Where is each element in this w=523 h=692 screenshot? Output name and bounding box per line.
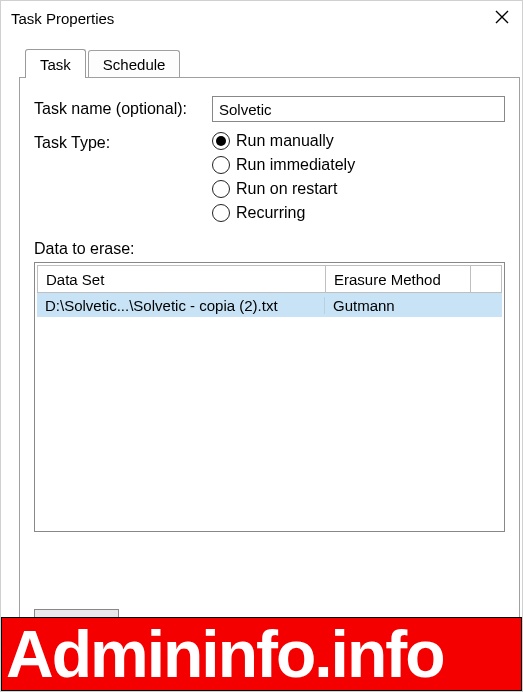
task-name-input[interactable] bbox=[212, 96, 505, 122]
task-type-options: Run manually Run immediately Run on rest… bbox=[212, 132, 355, 222]
watermark-banner: Admininfo.info bbox=[1, 617, 522, 691]
radio-label: Run manually bbox=[236, 132, 334, 150]
table-row[interactable]: D:\Solvetic...\Solvetic - copia (2).txt … bbox=[37, 293, 502, 317]
window-title: Task Properties bbox=[11, 10, 114, 27]
table-header: Data Set Erasure Method bbox=[37, 265, 502, 293]
task-properties-window: Task Properties Task Schedule Task name … bbox=[0, 0, 523, 692]
col-spacer bbox=[471, 265, 502, 293]
watermark-text: Admininfo.info bbox=[6, 621, 444, 687]
tab-schedule[interactable]: Schedule bbox=[88, 50, 181, 77]
close-icon[interactable] bbox=[490, 8, 514, 28]
data-to-erase-label: Data to erase: bbox=[34, 240, 505, 258]
radio-icon bbox=[212, 132, 230, 150]
radio-icon bbox=[212, 180, 230, 198]
radio-icon bbox=[212, 204, 230, 222]
tab-task[interactable]: Task bbox=[25, 49, 86, 78]
task-name-row: Task name (optional): bbox=[34, 96, 505, 122]
erase-table: Data Set Erasure Method D:\Solvetic...\S… bbox=[34, 262, 505, 532]
task-name-label: Task name (optional): bbox=[34, 100, 212, 118]
radio-label: Recurring bbox=[236, 204, 305, 222]
col-erasure-method[interactable]: Erasure Method bbox=[325, 265, 471, 293]
tabstrip: Task Schedule bbox=[19, 47, 520, 77]
task-type-row: Task Type: Run manually Run immediately … bbox=[34, 132, 505, 222]
radio-run-immediately[interactable]: Run immediately bbox=[212, 156, 355, 174]
radio-label: Run on restart bbox=[236, 180, 337, 198]
col-data-set[interactable]: Data Set bbox=[37, 265, 325, 293]
task-panel: Task name (optional): Task Type: Run man… bbox=[19, 77, 520, 631]
dialog-body: Task Schedule Task name (optional): Task… bbox=[19, 47, 520, 691]
cell-erasure-method: Gutmann bbox=[325, 297, 471, 314]
radio-icon bbox=[212, 156, 230, 174]
radio-recurring[interactable]: Recurring bbox=[212, 204, 355, 222]
task-type-label: Task Type: bbox=[34, 132, 212, 152]
radio-run-manually[interactable]: Run manually bbox=[212, 132, 355, 150]
cell-data-set: D:\Solvetic...\Solvetic - copia (2).txt bbox=[37, 297, 325, 314]
radio-label: Run immediately bbox=[236, 156, 355, 174]
titlebar: Task Properties bbox=[1, 1, 522, 35]
radio-run-on-restart[interactable]: Run on restart bbox=[212, 180, 355, 198]
